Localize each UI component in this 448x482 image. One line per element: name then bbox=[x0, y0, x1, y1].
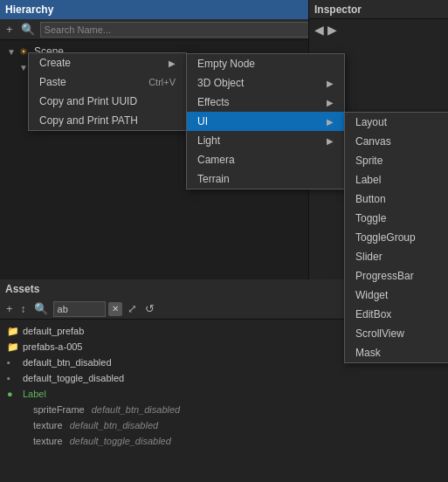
ui-sub-button[interactable]: Button bbox=[345, 189, 448, 209]
inspector-forward-button[interactable]: ▶ bbox=[327, 23, 337, 37]
create-submenu: Empty Node 3D Object ▶ Effects ▶ UI ▶ bbox=[186, 53, 345, 189]
ui-sub-layout[interactable]: Layout bbox=[345, 113, 448, 132]
ui-sub-label[interactable]: Label bbox=[345, 170, 448, 189]
folder-icon-prefabs: 📁 bbox=[7, 341, 19, 353]
copy-uuid-label: Copy and Print UUID bbox=[39, 95, 137, 107]
ui-sub-scrollview[interactable]: ScrollView bbox=[345, 324, 448, 343]
paste-label: Paste bbox=[39, 76, 66, 88]
hierarchy-title: Hierarchy bbox=[5, 3, 53, 16]
submenu-item-light[interactable]: Light ▶ bbox=[187, 131, 344, 150]
ui-sub-toggle[interactable]: Toggle bbox=[345, 209, 448, 228]
effects-arrow: ▶ bbox=[327, 98, 334, 107]
submenu-item-3d-object[interactable]: 3D Object ▶ bbox=[187, 73, 344, 93]
paste-shortcut: Ctrl+V bbox=[148, 77, 176, 87]
light-arrow: ▶ bbox=[327, 136, 334, 146]
terrain-label: Terrain bbox=[197, 173, 230, 185]
asset-item-spriteframe[interactable]: spriteFrame default_btn_disabled bbox=[0, 402, 448, 417]
context-menu-item-copy-path[interactable]: Copy and Print PATH bbox=[29, 111, 186, 130]
inspector-back-button[interactable]: ◀ bbox=[314, 23, 324, 37]
assets-search-input[interactable] bbox=[53, 301, 106, 317]
submenu-item-terrain[interactable]: Terrain bbox=[187, 169, 344, 189]
context-menu-item-copy-uuid[interactable]: Copy and Print UUID bbox=[29, 92, 186, 111]
submenu-item-camera[interactable]: Camera bbox=[187, 150, 344, 169]
asset-label-default-prefab: default_prefab bbox=[23, 326, 84, 336]
asset-label-label: Label bbox=[23, 389, 46, 399]
ui-sub-slider[interactable]: Slider bbox=[345, 247, 448, 266]
asset-item-label[interactable]: ● Label bbox=[0, 386, 448, 402]
asset-value-texture-btn: default_btn_disabled bbox=[70, 420, 159, 430]
inspector-nav: ◀ ▶ bbox=[309, 19, 448, 40]
file-icon-btn-disabled: ▪ bbox=[7, 357, 19, 368]
assets-refresh-button[interactable]: ↺ bbox=[142, 303, 157, 314]
asset-label-spriteframe: spriteFrame bbox=[33, 404, 85, 415]
copy-path-label: Copy and Print PATH bbox=[39, 114, 138, 127]
ui-label: UI bbox=[197, 115, 208, 127]
assets-title: Assets bbox=[5, 283, 39, 295]
context-menu-create-label: Create bbox=[39, 57, 71, 69]
file-icon-toggle-disabled: ▪ bbox=[7, 373, 19, 383]
inspector-header: Inspector bbox=[309, 0, 448, 19]
3d-object-arrow: ▶ bbox=[327, 79, 334, 88]
inspector-title: Inspector bbox=[314, 3, 362, 16]
camera-label: Camera bbox=[197, 154, 235, 166]
submenu-item-ui[interactable]: UI ▶ Layout Canvas Sprite Label Button T… bbox=[187, 112, 344, 131]
ui-arrow: ▶ bbox=[327, 117, 334, 127]
assets-sort-button[interactable]: ↕ bbox=[18, 304, 29, 314]
assets-expand-button[interactable]: ⤢ bbox=[125, 303, 140, 314]
asset-label-texture-toggle: texture bbox=[33, 436, 63, 446]
asset-item-toggle-disabled[interactable]: ▪ default_toggle_disabled bbox=[0, 370, 448, 386]
asset-label-btn-disabled: default_btn_disabled bbox=[23, 357, 112, 368]
context-menu-item-create[interactable]: Create ▶ Empty Node 3D Object ▶ Effects bbox=[29, 53, 186, 72]
asset-value-spriteframe: default_btn_disabled bbox=[92, 404, 181, 415]
ui-sub-canvas[interactable]: Canvas bbox=[345, 132, 448, 151]
hierarchy-search-button[interactable]: 🔍 bbox=[18, 24, 38, 35]
hierarchy-add-button[interactable]: + bbox=[3, 24, 16, 35]
create-arrow-icon: ▶ bbox=[169, 59, 176, 68]
empty-node-label: Empty Node bbox=[197, 58, 255, 70]
ui-sub-togglegroup[interactable]: ToggleGroup bbox=[345, 228, 448, 247]
ui-sub-editbox[interactable]: EditBox bbox=[345, 305, 448, 324]
assets-search-button[interactable]: 🔍 bbox=[31, 303, 51, 314]
submenu-item-empty-node[interactable]: Empty Node bbox=[187, 54, 344, 73]
asset-label-prefabs-a-005: prefabs-a-005 bbox=[23, 341, 83, 352]
top-split: Hierarchy ≡ + 🔍 🔒 ↺ ▼ ☀ Scene bbox=[0, 0, 448, 279]
asset-item-texture-btn[interactable]: texture default_btn_disabled bbox=[0, 417, 448, 433]
ui-submenu: Layout Canvas Sprite Label Button Toggle… bbox=[344, 112, 448, 363]
asset-label-texture-btn: texture bbox=[33, 420, 63, 430]
context-menu: Create ▶ Empty Node 3D Object ▶ Effects bbox=[28, 52, 187, 131]
3d-object-label: 3D Object bbox=[197, 77, 244, 89]
main-layout: Hierarchy ≡ + 🔍 🔒 ↺ ▼ ☀ Scene bbox=[0, 0, 448, 482]
ui-sub-mask[interactable]: Mask bbox=[345, 343, 448, 362]
label-dot-icon: ● bbox=[7, 389, 19, 399]
submenu-item-effects[interactable]: Effects ▶ bbox=[187, 93, 344, 112]
asset-label-toggle-disabled: default_toggle_disabled bbox=[23, 373, 124, 383]
context-menu-item-paste[interactable]: Paste Ctrl+V bbox=[29, 72, 186, 92]
asset-item-texture-toggle[interactable]: texture default_toggle_disabled bbox=[0, 433, 448, 449]
ui-sub-widget[interactable]: Widget bbox=[345, 286, 448, 305]
folder-icon-prefab: 📁 bbox=[7, 326, 19, 337]
assets-add-button[interactable]: + bbox=[3, 303, 16, 314]
assets-clear-button[interactable]: ✕ bbox=[108, 302, 122, 316]
tree-arrow-scene: ▼ bbox=[7, 47, 19, 57]
ui-sub-sprite[interactable]: Sprite bbox=[345, 151, 448, 170]
ui-sub-progressbar[interactable]: ProgressBar bbox=[345, 266, 448, 286]
light-label: Light bbox=[197, 134, 220, 147]
effects-label: Effects bbox=[197, 96, 229, 108]
asset-value-texture-toggle: default_toggle_disabled bbox=[70, 436, 171, 446]
